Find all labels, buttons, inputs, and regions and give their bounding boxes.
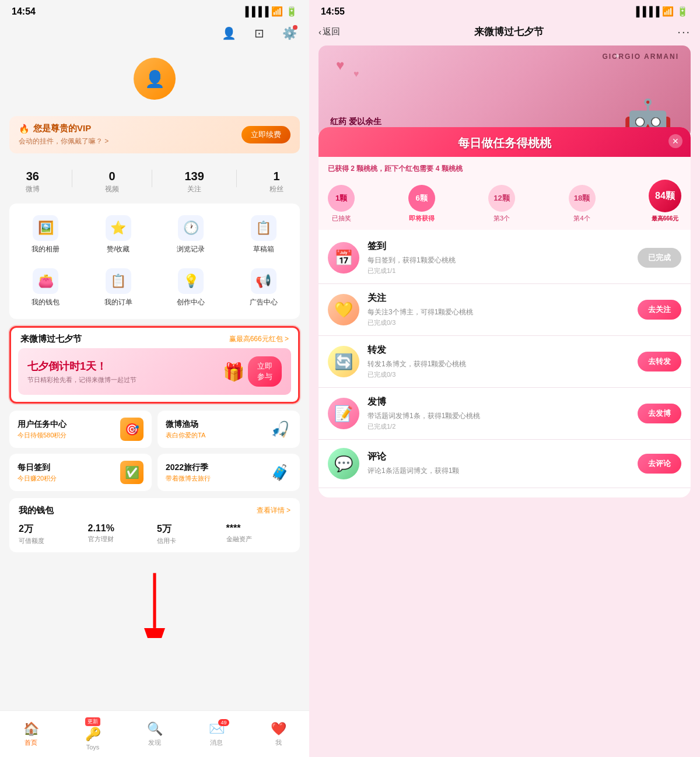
step-label-1: 已抽奖 xyxy=(332,214,351,223)
task-user-icon: 🎯 xyxy=(120,418,144,441)
avatar[interactable]: 👤 xyxy=(134,58,176,100)
menu-history[interactable]: 🕐 浏览记录 xyxy=(155,208,228,261)
task-modal: 每日做任务得桃桃 ✕ 已获得 2 颗桃桃，距下个红包需要 4 颗桃桃 1颗 已抽… xyxy=(318,127,691,497)
task-repost-icon: 🔄 xyxy=(328,346,359,377)
nav-toys[interactable]: 更新 🔑 Toys xyxy=(62,717,124,751)
task-fishing[interactable]: 微博渔场 表白你爱的TA 🎣 xyxy=(158,411,300,448)
heart-deco-1: ♥ xyxy=(336,57,344,73)
left-status-icons: ▐▐▐▐ 📶 🔋 xyxy=(242,6,298,17)
wallet-header: 我的钱包 查看详情 > xyxy=(19,505,290,516)
task-checkin-info: 每日签到 今日赚20积分 xyxy=(18,462,116,483)
wifi-icon: 📶 xyxy=(271,6,283,17)
task-user-center[interactable]: 用户任务中心 今日待领580积分 🎯 xyxy=(9,411,152,448)
close-button[interactable]: ✕ xyxy=(668,134,682,148)
task-user-info: 用户任务中心 今日待领580积分 xyxy=(18,419,116,440)
album-icon: 🖼️ xyxy=(33,215,58,241)
stat-follow[interactable]: 139 关注 xyxy=(184,170,204,194)
festival-main: 七夕倒计时1天！ xyxy=(27,359,248,373)
step-bubble-1: 1颗 xyxy=(328,185,355,212)
history-icon: 🕐 xyxy=(178,215,204,241)
wallet-finance[interactable]: 2.11% 官方理财 xyxy=(88,523,153,545)
left-status-bar: 14:54 ▐▐▐▐ 📶 🔋 xyxy=(0,0,309,20)
step-bubble-4: 18颗 xyxy=(569,185,596,212)
task-item-repost: 🔄 转发 转发1条博文，获得1颗爱心桃桃 已完成0/3 去转发 xyxy=(318,336,691,388)
chevron-left-icon: ‹ xyxy=(318,27,321,37)
discover-icon: 🔍 xyxy=(147,721,163,737)
festival-section[interactable]: 来微博过七夕节 赢最高666元红包 > 七夕倒计时1天！ 节日精彩抢先看，记得来… xyxy=(9,326,300,404)
task-post-btn[interactable]: 去发博 xyxy=(638,404,681,423)
step-1: 1颗 已抽奖 xyxy=(328,185,355,223)
menu-orders[interactable]: 📋 我的订单 xyxy=(82,261,155,314)
festival-text: 七夕倒计时1天！ 节日精彩抢先看，记得来微博一起过节 xyxy=(27,359,248,384)
task-travel-icon: 🧳 xyxy=(268,461,292,484)
menu-likes[interactable]: ⭐ 赞/收藏 xyxy=(82,208,155,261)
scan-icon[interactable]: ⊡ xyxy=(251,25,267,41)
gear-icon[interactable]: ⚙️ xyxy=(281,25,298,41)
nav-toys-label: Toys xyxy=(86,744,100,751)
vip-button[interactable]: 立即续费 xyxy=(242,126,290,143)
toys-update-badge: 更新 xyxy=(85,717,100,726)
vip-title: 🔥 您是尊贵的VIP xyxy=(19,123,108,134)
wallet-card[interactable]: 5万 信用卡 xyxy=(157,523,222,545)
wallet-icon: 👛 xyxy=(33,268,58,294)
top-header: 👤 ⊡ ⚙️ xyxy=(0,20,309,46)
stat-divider-2 xyxy=(152,170,152,187)
step-3: 12颗 第3个 xyxy=(488,185,515,223)
stat-divider-3 xyxy=(236,170,237,187)
step-4: 18颗 第4个 xyxy=(569,185,596,223)
stat-weibo[interactable]: 36 微博 xyxy=(26,170,40,194)
progress-section: 已获得 2 颗桃桃，距下个红包需要 4 颗桃桃 1颗 已抽奖 6颗 即将获得 1… xyxy=(318,157,691,230)
task-travel[interactable]: 2022旅行季 带着微博去旅行 🧳 xyxy=(158,454,300,491)
task-follow-btn[interactable]: 去关注 xyxy=(638,300,681,320)
step-label-2: 即将获得 xyxy=(409,214,435,223)
task-follow-icon: 💛 xyxy=(328,294,359,325)
right-wifi-icon: 📶 xyxy=(662,6,674,17)
back-button[interactable]: ‹ 返回 xyxy=(318,26,340,37)
task-post-icon: 📝 xyxy=(328,398,359,429)
gear-badge xyxy=(293,25,298,30)
festival-inner[interactable]: 七夕倒计时1天！ 节日精彩抢先看，记得来微博一起过节 🎁 立即参与 xyxy=(18,348,291,395)
vip-banner[interactable]: 🔥 您是尊贵的VIP 会动的挂件，你佩戴了嘛？ > 立即续费 xyxy=(9,116,300,153)
ads-icon: 📢 xyxy=(251,268,276,294)
more-button[interactable]: ··· xyxy=(677,25,691,38)
menu-drafts[interactable]: 📋 草稿箱 xyxy=(228,208,300,261)
nav-home-label: 首页 xyxy=(24,738,37,747)
task-item-follow: 💛 关注 每关注3个博主，可得1颗爱心桃桃 已完成0/3 去关注 xyxy=(318,284,691,336)
heart-deco-2: ♥ xyxy=(354,69,359,79)
nav-home[interactable]: 🏠 首页 xyxy=(0,721,62,747)
star-deco: ✦ xyxy=(614,51,621,61)
task-repost-btn[interactable]: 去转发 xyxy=(638,352,681,372)
message-badge: 49 xyxy=(218,719,229,726)
battery-icon: 🔋 xyxy=(286,6,298,17)
right-status-icons: ▐▐▐▐ 📶 🔋 xyxy=(633,6,688,17)
progress-info: 已获得 2 颗桃桃，距下个红包需要 4 颗桃桃 xyxy=(328,164,681,174)
profile-area: 👤 xyxy=(0,46,309,116)
menu-creation[interactable]: 💡 创作中心 xyxy=(155,261,228,314)
right-header: ‹ 返回 来微博过七夕节 ··· xyxy=(309,20,700,45)
stat-video[interactable]: 0 视频 xyxy=(105,170,119,194)
nav-discover[interactable]: 🔍 发现 xyxy=(124,721,186,747)
wallet-section: 我的钱包 查看详情 > 2万 可借额度 2.11% 官方理财 5万 信用卡 **… xyxy=(9,498,300,552)
nav-messages[interactable]: ✉️ 49 消息 xyxy=(186,721,247,747)
right-battery-icon: 🔋 xyxy=(677,6,688,17)
task-checkin-btn[interactable]: 已完成 xyxy=(638,248,681,268)
task-checkin[interactable]: 每日签到 今日赚20积分 ✅ xyxy=(9,454,152,491)
festival-join-button[interactable]: 立即参与 xyxy=(248,356,282,387)
menu-album[interactable]: 🖼️ 我的相册 xyxy=(9,208,82,261)
task-comment-btn[interactable]: 去评论 xyxy=(638,454,681,474)
orders-icon: 📋 xyxy=(106,268,131,294)
step-label-5: 最高666元 xyxy=(652,215,679,223)
wallet-assets[interactable]: **** 金融资产 xyxy=(226,523,291,545)
task-fishing-icon: 🎣 xyxy=(268,418,292,441)
profile-icon[interactable]: 👤 xyxy=(220,25,237,41)
menu-ads[interactable]: 📢 广告中心 xyxy=(228,261,300,314)
stat-fans[interactable]: 1 粉丝 xyxy=(270,170,284,194)
stat-divider-1 xyxy=(72,170,72,187)
menu-wallet[interactable]: 👛 我的钱包 xyxy=(9,261,82,314)
task-checkin-body: 签到 每日签到，获得1颗爱心桃桃 已完成1/1 xyxy=(368,240,629,275)
left-panel: 14:54 ▐▐▐▐ 📶 🔋 👤 ⊡ ⚙️ 👤 🔥 您是尊贵的VIP 会动的挂件… xyxy=(0,0,309,757)
nav-me[interactable]: ❤️ 我 xyxy=(247,721,309,747)
wallet-credit[interactable]: 2万 可借额度 xyxy=(19,523,83,545)
task-follow-body: 关注 每关注3个博主，可得1颗爱心桃桃 已完成0/3 xyxy=(368,292,629,327)
task-modal-title: 每日做任务得桃桃 xyxy=(458,136,551,149)
